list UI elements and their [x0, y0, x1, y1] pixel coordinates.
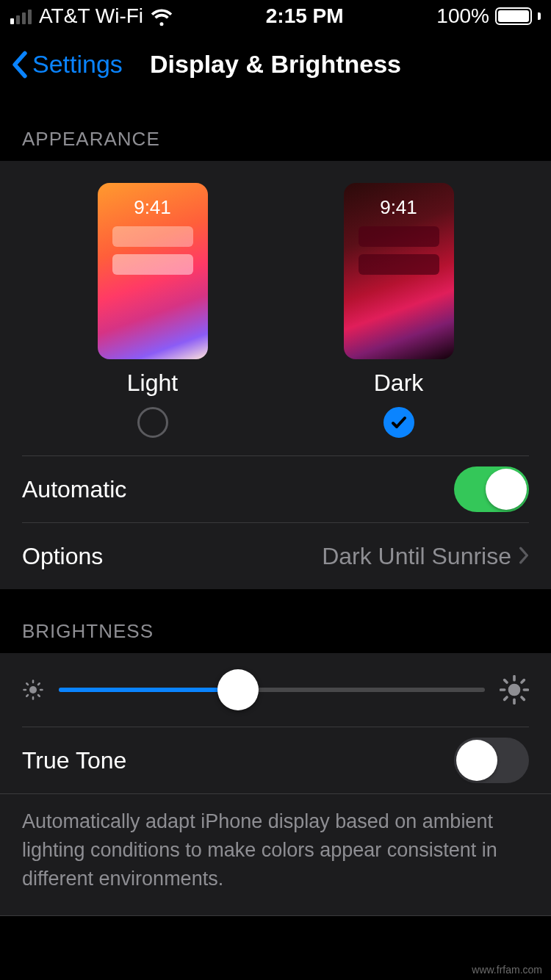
svg-line-15	[522, 697, 524, 699]
preview-time: 9:41	[98, 183, 208, 219]
svg-line-17	[522, 680, 524, 682]
nav-bar: Settings Display & Brightness	[0, 32, 551, 97]
options-label: Options	[22, 543, 103, 570]
brightness-slider[interactable]	[59, 688, 485, 692]
battery-percent: 100%	[436, 4, 489, 28]
svg-point-9	[508, 684, 521, 696]
dark-preview: 9:41	[344, 183, 454, 359]
brightness-panel: True Tone Automatically adapt iPhone dis…	[0, 653, 551, 915]
status-bar: AT&T Wi-Fi 2:15 PM 100%	[0, 0, 551, 32]
options-row[interactable]: Options Dark Until Sunrise	[0, 523, 551, 589]
svg-line-6	[38, 695, 40, 696]
appearance-option-dark[interactable]: 9:41 Dark	[318, 183, 480, 438]
chevron-left-icon	[12, 51, 28, 79]
automatic-toggle[interactable]	[454, 466, 529, 512]
section-header-appearance: Appearance	[0, 97, 551, 161]
dark-label: Dark	[374, 370, 424, 397]
sun-min-icon	[22, 679, 44, 701]
appearance-option-light[interactable]: 9:41 Light	[72, 183, 234, 438]
svg-line-7	[26, 695, 28, 696]
automatic-label: Automatic	[22, 476, 126, 503]
svg-line-16	[505, 697, 507, 699]
carrier-label: AT&T Wi-Fi	[39, 4, 143, 28]
sun-max-icon	[500, 675, 529, 705]
checkmark-icon	[390, 414, 408, 431]
wifi-icon	[151, 5, 173, 27]
chevron-right-icon	[519, 543, 529, 570]
svg-line-5	[26, 683, 28, 685]
appearance-panel: 9:41 Light 9:41 Dark Automatic Options D…	[0, 161, 551, 589]
automatic-row: Automatic	[0, 456, 551, 522]
watermark: www.frfam.com	[472, 964, 542, 976]
light-preview: 9:41	[98, 183, 208, 359]
battery-icon	[495, 7, 532, 25]
appearance-row: 9:41 Light 9:41 Dark	[0, 161, 551, 455]
back-button[interactable]: Settings	[12, 50, 123, 79]
light-radio[interactable]	[137, 407, 168, 438]
light-label: Light	[127, 370, 178, 397]
status-bar-left: AT&T Wi-Fi	[10, 4, 173, 28]
brightness-thumb[interactable]	[217, 669, 259, 710]
status-bar-right: 100%	[436, 4, 541, 28]
dark-radio[interactable]	[383, 407, 414, 438]
options-value: Dark Until Sunrise	[322, 543, 511, 570]
battery-indicator: 100%	[436, 4, 541, 28]
truetone-description: Automatically adapt iPhone display based…	[0, 794, 551, 915]
cell-signal-icon	[10, 8, 32, 24]
truetone-row: True Tone	[0, 727, 551, 793]
svg-line-14	[505, 680, 507, 682]
truetone-label: True Tone	[22, 747, 126, 774]
section-header-brightness: Brightness	[0, 589, 551, 653]
svg-point-0	[29, 686, 37, 693]
brightness-slider-row	[0, 653, 551, 727]
svg-line-8	[38, 683, 40, 685]
status-bar-time: 2:15 PM	[266, 4, 344, 28]
back-label: Settings	[32, 50, 123, 79]
preview-time: 9:41	[344, 183, 454, 219]
truetone-toggle[interactable]	[454, 738, 529, 783]
